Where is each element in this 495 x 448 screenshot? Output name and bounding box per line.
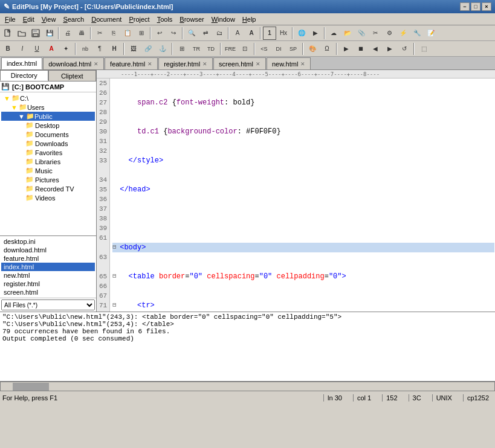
sidebar-tab-directory[interactable]: Directory [0, 70, 48, 81]
tree-item-recorded[interactable]: 📁 Recorded TV [1, 184, 95, 193]
redo-button[interactable]: ↪ [167, 27, 180, 40]
text-color-button[interactable]: A [45, 42, 58, 56]
tab-download-html[interactable]: download.html ✕ [43, 57, 104, 69]
italic-button[interactable]: I [16, 42, 29, 56]
fwd-btn[interactable]: ▶ [383, 42, 396, 56]
anchor-btn[interactable]: ⚓ [156, 42, 169, 56]
table-btn[interactable]: ⊞ [175, 42, 189, 56]
new-button[interactable] [1, 27, 15, 40]
tab-close-icon[interactable]: ✕ [94, 61, 99, 67]
cut-button[interactable]: ✂ [93, 27, 106, 40]
tree-item[interactable]: ▼ 📁 Users [1, 103, 95, 112]
link-btn[interactable]: 🔗 [141, 42, 155, 56]
line-marker[interactable]: ⊟ [112, 301, 120, 310]
font-size-btn[interactable]: A [231, 27, 244, 40]
browser-btn[interactable]: 🌐 [295, 27, 308, 40]
sp-btn[interactable]: SP [286, 42, 300, 56]
tab-register-html[interactable]: register.html ✕ [158, 57, 213, 69]
tab-close-icon[interactable]: ✕ [202, 61, 207, 67]
td-btn[interactable]: TD [204, 42, 218, 56]
chars-btn[interactable]: Ω [320, 42, 334, 56]
print-button[interactable]: 🖨 [61, 27, 74, 40]
find-button[interactable]: 🔍 [185, 27, 198, 40]
open-button[interactable] [15, 27, 28, 40]
line-num-btn[interactable]: 1 [263, 27, 276, 40]
tab-screen-html[interactable]: screen.html ✕ [213, 57, 266, 69]
tree-item[interactable]: ▼ 📁 C:\ [1, 94, 95, 103]
tr-btn[interactable]: TR [190, 42, 203, 56]
h-scroll-area[interactable] [0, 381, 495, 391]
run2-btn[interactable]: ▶ [340, 42, 353, 56]
code-lines[interactable]: span.c2 {font-weight: bold} td.c1 {backg… [110, 78, 495, 312]
tool7-btn[interactable]: 🔧 [410, 27, 424, 40]
tool6-btn[interactable]: ⚡ [396, 27, 410, 40]
h-btn[interactable]: H [108, 42, 121, 56]
ftp-btn[interactable]: ☁ [327, 27, 340, 40]
stop-btn[interactable]: ⏹ [354, 42, 367, 56]
maximize-button[interactable]: □ [471, 2, 480, 11]
line-marker[interactable] [112, 98, 120, 107]
paste-button[interactable]: 📋 [121, 27, 134, 40]
menu-window[interactable]: Window [208, 14, 239, 24]
p-btn[interactable]: ¶ [93, 42, 106, 56]
file-item-desktop-ini[interactable]: desktop.ini [1, 237, 95, 246]
save-all-button[interactable]: 💾 [43, 27, 56, 40]
menu-view[interactable]: View [38, 14, 60, 24]
menu-help[interactable]: Help [239, 14, 260, 24]
line-marker[interactable] [112, 185, 120, 194]
directory-tree[interactable]: ▼ 📁 C:\ ▼ 📁 Users ▼ 📁 Public 📁 Desktop 📁… [0, 92, 96, 235]
tree-item-favorites[interactable]: 📁 Favorites [1, 148, 95, 157]
sidebar-tab-cliptext[interactable]: Cliptext [48, 70, 97, 81]
color-btn[interactable]: 🎨 [306, 42, 319, 56]
findinfiles-button[interactable]: 🗂 [213, 27, 226, 40]
tree-item-public[interactable]: ▼ 📁 Public [1, 112, 95, 121]
menu-project[interactable]: Project [125, 14, 153, 24]
dir-btn[interactable]: 📂 [341, 27, 354, 40]
highlight-button[interactable]: ✦ [59, 42, 73, 56]
run-btn[interactable]: ▶ [309, 27, 322, 40]
tree-item-libraries[interactable]: 📁 Libraries [1, 157, 95, 166]
line-marker[interactable] [112, 214, 120, 223]
input-btn[interactable]: ⊡ [238, 42, 251, 56]
s-btn[interactable]: <S [257, 42, 271, 56]
tree-item-music[interactable]: 📁 Music [1, 166, 95, 175]
di-btn[interactable]: DI [272, 42, 285, 56]
clip-btn[interactable]: 📎 [355, 27, 368, 40]
file-item-new-html[interactable]: new.html [1, 271, 95, 280]
tab-close-icon[interactable]: ✕ [147, 61, 152, 67]
tree-item-downloads[interactable]: 📁 Downloads [1, 139, 95, 148]
tab-close-icon[interactable]: ✕ [256, 61, 260, 67]
save-button[interactable] [29, 27, 42, 40]
menu-document[interactable]: Document [88, 14, 125, 24]
reload-btn[interactable]: ↺ [398, 42, 411, 56]
sel-btn[interactable]: ⬚ [417, 42, 430, 56]
menu-search[interactable]: Search [59, 14, 88, 24]
format-button[interactable]: ⊞ [135, 27, 148, 40]
file-item-index-html[interactable]: index.html [1, 263, 95, 271]
menu-file[interactable]: File [1, 14, 19, 24]
bold-button[interactable]: B [1, 42, 15, 56]
code-editor[interactable]: 25 26 27 28 29 30 31 32 33 34 35 36 37 3… [97, 78, 495, 312]
file-list[interactable]: desktop.ini download.html feature.html i… [0, 235, 96, 298]
hex-btn[interactable]: Hx [277, 27, 290, 40]
file-filter-select[interactable]: All Files (*.*) [1, 299, 95, 310]
undo-button[interactable]: ↩ [153, 27, 166, 40]
img-btn[interactable]: 🖼 [127, 42, 140, 56]
underline-button[interactable]: U [30, 42, 44, 56]
font-btn[interactable]: A [245, 27, 258, 40]
file-item-download-html[interactable]: download.html [1, 246, 95, 254]
menu-browser[interactable]: Browser [176, 14, 207, 24]
form-btn[interactable]: FRE [224, 42, 237, 56]
tree-item-documents[interactable]: 📁 Documents [1, 130, 95, 139]
line-marker[interactable] [112, 156, 120, 165]
tool8-btn[interactable]: 📝 [424, 27, 438, 40]
menu-tools[interactable]: Tools [154, 14, 176, 24]
tab-feature-html[interactable]: feature.html ✕ [105, 57, 158, 69]
tab-index-html[interactable]: index.html [1, 57, 42, 69]
tree-item-desktop[interactable]: 📁 Desktop [1, 121, 95, 130]
close-button[interactable]: × [482, 2, 491, 11]
snip-btn[interactable]: ✂ [369, 27, 382, 40]
tab-new-html[interactable]: new.html ✕ [267, 57, 311, 69]
tool5-btn[interactable]: ⚙ [383, 27, 396, 40]
copy-button[interactable]: ⎘ [107, 27, 120, 40]
